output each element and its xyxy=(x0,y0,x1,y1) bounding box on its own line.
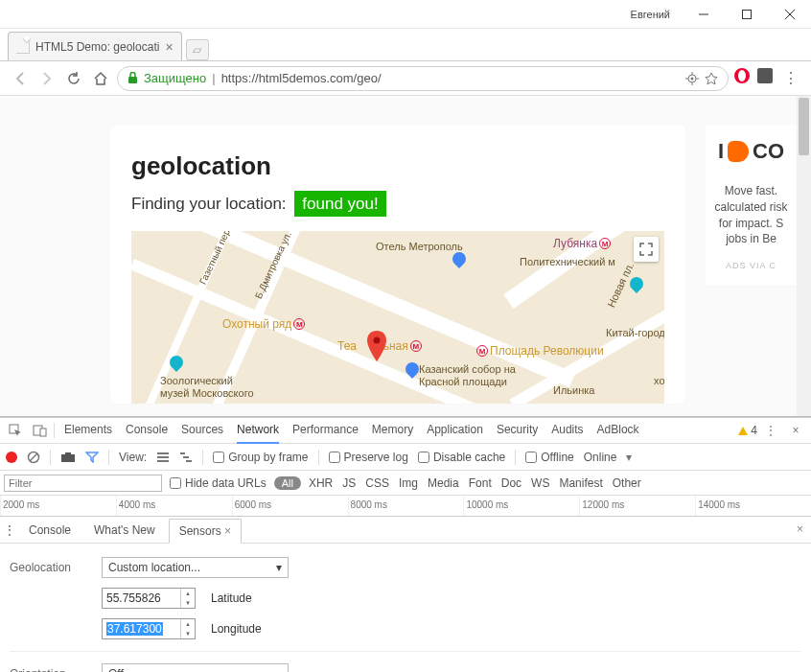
filter-css[interactable]: CSS xyxy=(365,476,389,490)
devtools-close-icon[interactable]: × xyxy=(784,419,807,442)
network-timeline[interactable]: 2000 ms 4000 ms 6000 ms 8000 ms 10000 ms… xyxy=(0,496,811,517)
devtools-tab-performance[interactable]: Performance xyxy=(292,417,359,444)
status-badge: found you! xyxy=(294,191,385,217)
drawer-menu-icon[interactable]: ⋮ xyxy=(4,523,15,537)
filter-font[interactable]: Font xyxy=(469,476,492,490)
filter-media[interactable]: Media xyxy=(428,476,459,490)
throttling-select[interactable]: Online xyxy=(584,451,617,464)
devtools-tab-application[interactable]: Application xyxy=(427,417,483,444)
filter-ws[interactable]: WS xyxy=(531,476,549,490)
hide-data-urls-checkbox[interactable]: Hide data URLs xyxy=(170,476,266,490)
close-window-button[interactable] xyxy=(768,0,811,28)
capture-screenshots-icon[interactable] xyxy=(60,452,76,463)
browser-tab[interactable]: HTML5 Demo: geolocati × xyxy=(8,32,182,60)
filter-other[interactable]: Other xyxy=(613,476,641,490)
play-icon xyxy=(728,141,749,162)
svg-rect-14 xyxy=(40,429,46,436)
sidebar-ad[interactable]: I CO Move fast. calculated risk for impa… xyxy=(706,125,797,285)
devtools-menu-icon[interactable]: ⋮ xyxy=(759,419,782,442)
devtools-tab-elements[interactable]: Elements xyxy=(64,417,112,444)
orientation-select[interactable]: Off▾ xyxy=(102,663,289,672)
svg-line-16 xyxy=(30,453,37,461)
address-toolbar: Защищено | https://html5demos.com/geo/ ⋮ xyxy=(0,61,811,96)
filter-all-pill[interactable]: All xyxy=(274,476,301,490)
tab-close-icon[interactable]: × xyxy=(165,39,173,55)
svg-rect-1 xyxy=(742,10,751,18)
svg-rect-24 xyxy=(186,460,192,462)
vertical-scrollbar[interactable] xyxy=(797,96,811,416)
windows-username: Евгений xyxy=(631,9,670,20)
inspect-element-icon[interactable] xyxy=(4,419,27,442)
waterfall-icon[interactable] xyxy=(179,452,193,463)
maximize-button[interactable] xyxy=(725,0,768,28)
group-by-frame-checkbox[interactable]: Group by frame xyxy=(213,451,308,464)
devtools-tab-console[interactable]: Console xyxy=(126,417,168,444)
longitude-label: Longitude xyxy=(211,622,262,636)
bookmark-star-icon[interactable] xyxy=(705,72,718,85)
network-filter-input[interactable] xyxy=(4,475,162,492)
throttling-chevron-icon[interactable]: ▾ xyxy=(626,451,632,464)
map-marker-icon xyxy=(366,331,387,363)
drawer-close-icon[interactable]: × xyxy=(797,522,803,536)
devtools-tab-memory[interactable]: Memory xyxy=(372,417,413,444)
warnings-indicator[interactable]: 4 xyxy=(738,424,757,437)
preserve-log-checkbox[interactable]: Preserve log xyxy=(329,451,408,464)
large-rows-icon[interactable] xyxy=(156,452,170,463)
longitude-stepper[interactable]: ▲▼ xyxy=(180,619,195,638)
devtools-tab-network[interactable]: Network xyxy=(237,417,279,444)
opera-extension-icon[interactable] xyxy=(734,68,750,83)
devtools-tab-audits[interactable]: Audits xyxy=(551,417,583,444)
drawer-tab-whatsnew[interactable]: What's New xyxy=(84,519,165,542)
map-label: хорал xyxy=(654,375,664,386)
filter-manifest[interactable]: Manifest xyxy=(559,476,602,490)
forward-button[interactable] xyxy=(36,68,58,89)
map-station: ЛубянкаM xyxy=(553,237,611,250)
drawer-tab-console[interactable]: Console xyxy=(19,519,81,542)
offline-checkbox[interactable]: Offline xyxy=(525,451,573,464)
location-permission-icon[interactable] xyxy=(685,72,699,85)
ad-copy: Move fast. calculated risk for impact. S… xyxy=(713,183,789,247)
svg-point-11 xyxy=(374,337,381,344)
omnibox[interactable]: Защищено | https://html5demos.com/geo/ xyxy=(117,66,729,91)
filter-xhr[interactable]: XHR xyxy=(309,476,333,490)
latitude-stepper[interactable]: ▲▼ xyxy=(180,589,195,608)
disable-cache-checkbox[interactable]: Disable cache xyxy=(418,451,505,464)
filter-js[interactable]: JS xyxy=(342,476,356,490)
chevron-down-icon: ▾ xyxy=(276,667,282,672)
minimize-button[interactable] xyxy=(682,0,725,28)
browser-menu-button[interactable]: ⋮ xyxy=(780,68,801,89)
record-button[interactable] xyxy=(6,452,17,463)
devtools-tab-security[interactable]: Security xyxy=(497,417,538,444)
longitude-input[interactable]: 37.617300 ▲▼ xyxy=(102,618,196,639)
filter-img[interactable]: Img xyxy=(399,476,418,490)
embedded-map[interactable]: Отель Метрополь ЛубянкаM Политехнический… xyxy=(131,231,664,404)
geolocation-select[interactable]: Custom location...▾ xyxy=(102,557,289,578)
map-fullscreen-button[interactable] xyxy=(634,237,659,262)
latitude-input[interactable]: 55.755826 ▲▼ xyxy=(102,588,196,609)
new-tab-button[interactable]: ▱ xyxy=(186,39,209,60)
extension-icon[interactable] xyxy=(757,68,773,83)
devtools-toolbar: Elements Console Sources Network Perform… xyxy=(0,417,811,444)
view-label: View: xyxy=(119,451,147,464)
devtools-tab-adblock[interactable]: AdBlock xyxy=(597,417,639,444)
devtools-tabs: Elements Console Sources Network Perform… xyxy=(64,417,736,444)
orientation-label: Orientation xyxy=(10,667,84,672)
clear-button[interactable] xyxy=(27,451,40,464)
filter-doc[interactable]: Doc xyxy=(501,476,521,490)
drawer-tab-sensors[interactable]: Sensors × xyxy=(169,519,242,544)
window-titlebar: Евгений xyxy=(0,0,811,29)
filter-toggle-icon[interactable] xyxy=(85,452,99,463)
home-button[interactable] xyxy=(90,68,111,89)
devtools-tab-sources[interactable]: Sources xyxy=(181,417,223,444)
status-line: Finding your location: found you! xyxy=(131,195,664,214)
warning-icon xyxy=(738,427,748,435)
tab-close-icon[interactable]: × xyxy=(224,524,231,538)
status-text: Finding your location: xyxy=(131,195,287,213)
toggle-device-icon[interactable] xyxy=(29,419,52,442)
ad-attribution: ADS VIA C xyxy=(713,261,789,270)
back-button[interactable] xyxy=(10,68,31,89)
svg-rect-23 xyxy=(183,456,189,458)
reload-button[interactable] xyxy=(63,68,84,89)
url-text: https://html5demos.com/geo/ xyxy=(221,71,382,85)
map-poi-icon xyxy=(450,249,469,268)
